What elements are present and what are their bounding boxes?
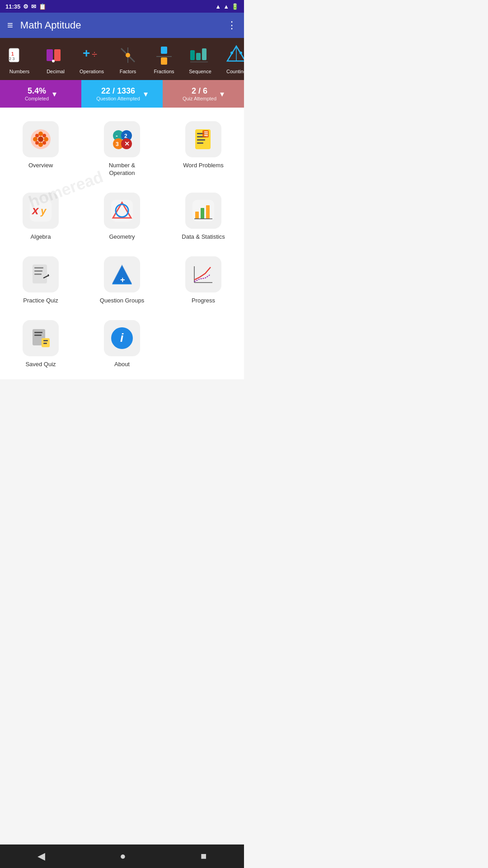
svg-text:+: + xyxy=(120,275,125,284)
svg-rect-61 xyxy=(206,205,210,219)
grid-label-word-problems: Word Problems xyxy=(183,162,223,170)
svg-point-27 xyxy=(38,142,43,147)
main-grid: Overview - 2 3 ✕ Number &Operation xyxy=(0,108,244,379)
grid-item-number-operation[interactable]: - 2 3 ✕ Number &Operation xyxy=(81,112,163,184)
svg-text:3: 3 xyxy=(116,141,119,147)
category-numbers[interactable]: 1 2 3 Numbers xyxy=(4,43,35,75)
grid-label-question-groups: Question Groups xyxy=(100,297,144,305)
grid-label-overview: Overview xyxy=(28,162,53,170)
wifi-icon: ▲ xyxy=(215,3,221,10)
category-operations[interactable]: + ÷ Operations xyxy=(76,43,108,75)
svg-point-32 xyxy=(35,141,39,145)
completed-label: Completed xyxy=(25,96,49,101)
stat-quiz[interactable]: 2 / 6 Quiz Attempted ▾ xyxy=(163,80,244,108)
svg-point-33 xyxy=(42,141,46,145)
grid-item-progress[interactable]: Progress xyxy=(163,247,244,311)
svg-rect-46 xyxy=(197,139,205,141)
questions-arrow: ▾ xyxy=(144,89,148,99)
grid-item-practice-quiz[interactable]: Practice Quiz xyxy=(0,247,81,311)
svg-rect-47 xyxy=(197,142,203,144)
svg-rect-15 xyxy=(196,53,201,60)
clipboard-icon: 📋 xyxy=(39,3,46,10)
stat-questions[interactable]: 22 / 1336 Question Attempted ▾ xyxy=(81,80,163,108)
svg-rect-78 xyxy=(43,340,48,341)
category-sequence[interactable]: Sequence xyxy=(184,43,216,75)
category-numbers-label: Numbers xyxy=(9,69,30,75)
quiz-label: Quiz Attempted xyxy=(183,96,216,101)
svg-rect-13 xyxy=(161,57,167,65)
category-factors-label: Factors xyxy=(120,69,136,75)
svg-point-34 xyxy=(38,137,43,142)
questions-label: Question Attempted xyxy=(96,96,140,101)
category-factors[interactable]: Factors xyxy=(112,43,144,75)
questions-value: 22 / 1336 xyxy=(96,86,140,96)
svg-rect-60 xyxy=(201,208,204,219)
svg-text:✕: ✕ xyxy=(124,140,130,147)
category-fractions-label: Fractions xyxy=(154,69,174,75)
main-area: homeread Overview xyxy=(0,108,244,379)
grid-item-geometry[interactable]: Geometry xyxy=(81,184,163,247)
category-operations-label: Operations xyxy=(80,69,104,75)
svg-rect-76 xyxy=(34,335,42,336)
svg-line-68 xyxy=(48,275,49,276)
grid-item-word-problems[interactable]: Word Problems xyxy=(163,112,244,184)
svg-text:2 3: 2 3 xyxy=(9,57,15,61)
svg-point-21 xyxy=(230,52,233,54)
category-fractions[interactable]: Fractions xyxy=(148,43,180,75)
svg-text:x: x xyxy=(31,203,39,217)
grid-item-algebra[interactable]: x y Algebra xyxy=(0,184,81,247)
svg-point-30 xyxy=(35,134,39,137)
time: 11:35 xyxy=(5,3,20,10)
grid-item-saved-quiz[interactable]: Saved Quiz xyxy=(0,311,81,375)
grid-label-number-operation: Number &Operation xyxy=(109,162,136,177)
more-options-button[interactable]: ⋮ xyxy=(227,19,237,31)
category-counting-label: Counting xyxy=(226,69,244,75)
grid-item-data-statistics[interactable]: Data & Statistics xyxy=(163,184,244,247)
svg-text:÷: ÷ xyxy=(92,48,97,60)
svg-text:-: - xyxy=(116,132,118,139)
svg-point-29 xyxy=(44,137,48,142)
grid-label-algebra: Algebra xyxy=(31,233,51,241)
quiz-value: 2 / 6 xyxy=(183,86,216,96)
svg-rect-4 xyxy=(54,49,61,61)
svg-point-10 xyxy=(126,53,130,57)
svg-text:y: y xyxy=(40,205,47,217)
svg-rect-11 xyxy=(161,47,167,54)
grid-item-overview[interactable]: Overview xyxy=(0,112,81,184)
svg-rect-66 xyxy=(34,274,42,275)
svg-rect-79 xyxy=(43,343,47,344)
svg-text:i: i xyxy=(120,331,124,344)
grid-label-data-statistics: Data & Statistics xyxy=(182,233,225,241)
top-bar: ≡ Math Aptitude ⋮ xyxy=(0,13,244,38)
svg-point-31 xyxy=(42,134,46,137)
category-counting[interactable]: Counting xyxy=(221,43,244,75)
svg-point-26 xyxy=(38,132,43,136)
quiz-arrow: ▾ xyxy=(220,89,224,99)
svg-rect-14 xyxy=(190,50,195,60)
svg-rect-16 xyxy=(202,48,206,60)
svg-rect-65 xyxy=(34,270,42,272)
stat-completed[interactable]: 5.4% Completed ▾ xyxy=(0,80,81,108)
category-sequence-label: Sequence xyxy=(189,69,211,75)
svg-rect-59 xyxy=(195,212,199,219)
grid-item-question-groups[interactable]: + Question Groups xyxy=(81,247,163,311)
battery-icon: 🔋 xyxy=(231,3,239,10)
gmail-icon: ✉ xyxy=(31,3,36,10)
category-decimal[interactable]: Decimal xyxy=(40,43,71,75)
status-bar: 11:35 ⚙ ✉ 📋 ▲ ▲ 🔋 xyxy=(0,0,244,13)
completed-value: 5.4% xyxy=(25,86,49,96)
svg-text:2: 2 xyxy=(124,133,127,139)
svg-rect-3 xyxy=(47,49,53,61)
svg-point-5 xyxy=(52,60,55,62)
svg-text:1: 1 xyxy=(11,52,14,57)
menu-button[interactable]: ≡ xyxy=(7,19,13,31)
grid-label-about: About xyxy=(114,361,130,368)
grid-item-about[interactable]: i About xyxy=(81,311,163,375)
svg-point-22 xyxy=(239,52,242,54)
stats-row: 5.4% Completed ▾ 22 / 1336 Question Atte… xyxy=(0,80,244,108)
grid-label-saved-quiz: Saved Quiz xyxy=(25,361,56,368)
grid-label-practice-quiz: Practice Quiz xyxy=(23,297,58,305)
page-title: Math Aptitude xyxy=(20,19,227,31)
completed-arrow: ▾ xyxy=(52,89,56,99)
svg-rect-75 xyxy=(34,332,42,333)
